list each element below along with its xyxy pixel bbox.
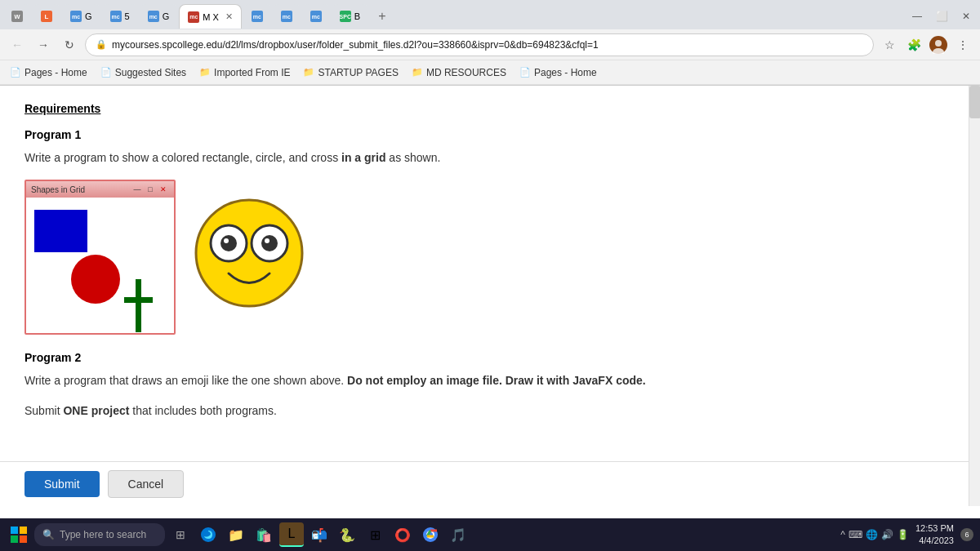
cross-vertical: [136, 279, 141, 332]
tab-mc6[interactable]: mc: [302, 4, 330, 29]
emoji-svg: [192, 196, 306, 310]
program1-heading: Program 1: [24, 128, 956, 141]
bookmark-pages-home-1[interactable]: 📄 Pages - Home: [7, 65, 91, 80]
images-row: Shapes in Grid — □ ✕: [24, 180, 956, 335]
window-controls: — ⬜ ✕: [906, 6, 977, 27]
mini-window-controls: — □ ✕: [131, 184, 169, 194]
profile-avatar: [929, 36, 947, 54]
bookmark-icon-imported: 📁: [199, 67, 211, 78]
browser-menu-icon[interactable]: ⋮: [952, 34, 973, 56]
scroll-track[interactable]: [969, 86, 980, 506]
program1-text: Write a program to show a colored rectan…: [24, 149, 956, 167]
tab-spc[interactable]: SPC B: [332, 4, 368, 29]
submit-button[interactable]: Submit: [24, 471, 100, 497]
url-text: mycourses.spcollege.edu/d2l/lms/dropbox/…: [112, 39, 599, 51]
page-content: Requirements Program 1 Write a program t…: [0, 86, 980, 506]
tab-favicon: w: [11, 11, 23, 22]
shape-circle: [71, 255, 120, 304]
tab-mc5[interactable]: mc: [273, 4, 301, 29]
tab-favicon: mc: [70, 11, 82, 22]
shape-rectangle: [34, 210, 87, 252]
tab-close-icon[interactable]: ✕: [225, 11, 233, 22]
tab-favicon: L: [41, 11, 52, 22]
tab-mc4[interactable]: mc: [243, 4, 271, 29]
bookmark-pages-home-2[interactable]: 📄 Pages - Home: [516, 65, 600, 80]
bookmark-icon-pages2: 📄: [519, 67, 531, 78]
program2-heading: Program 2: [24, 351, 956, 364]
program1-text-start: Write a program to show a colored rectan…: [24, 151, 341, 164]
close-button[interactable]: ✕: [956, 6, 977, 27]
mini-window-titlebar: Shapes in Grid — □ ✕: [26, 181, 174, 198]
bookmark-star-icon[interactable]: ☆: [879, 34, 900, 56]
submit-area: Submit Cancel: [0, 461, 980, 506]
mini-window-title: Shapes in Grid: [31, 185, 85, 194]
submit-text: Submit ONE project that includes both pr…: [24, 402, 956, 420]
tab-favicon: mc: [281, 11, 292, 22]
address-bar[interactable]: 🔒 mycourses.spcollege.edu/d2l/lms/dropbo…: [85, 33, 874, 56]
tab-w[interactable]: w: [3, 4, 31, 29]
program1-text-bold: in a grid: [341, 151, 385, 164]
bookmark-icon-suggested: 📄: [100, 67, 112, 78]
bookmark-icon-md: 📁: [412, 67, 423, 78]
extension-puzzle-icon[interactable]: 🧩: [903, 34, 924, 56]
bookmark-icon-startup: 📁: [303, 67, 314, 78]
program2-text-start: Write a program that draws an emoji like…: [24, 374, 347, 387]
tab-mx-active[interactable]: mc M X ✕: [179, 4, 242, 29]
requirements-heading: Requirements: [24, 102, 956, 115]
svg-point-8: [261, 235, 278, 251]
tab-favicon: mc: [148, 11, 159, 22]
scroll-thumb[interactable]: [969, 86, 980, 118]
bookmark-md-resources[interactable]: 📁 MD RESOURCES: [408, 65, 510, 80]
tab-favicon: mc: [252, 11, 263, 22]
program2-text: Write a program that draws an emoji like…: [24, 372, 956, 389]
program1-text-end: as shown.: [385, 151, 440, 164]
mini-window-body: [26, 198, 174, 333]
cross-horizontal: [124, 297, 153, 303]
lock-icon: 🔒: [96, 39, 107, 50]
tab-favicon: mc: [110, 11, 122, 22]
bookmarks-bar: 📄 Pages - Home 📄 Suggested Sites 📁 Impor…: [0, 60, 980, 85]
minimize-button[interactable]: —: [906, 6, 928, 27]
tab-favicon: SPC: [340, 11, 351, 22]
browser-chrome: w L mc G mc 5 mc G mc M X ✕ mc mc mc: [0, 0, 980, 86]
svg-point-9: [265, 238, 270, 243]
submit-text-end: that includes both programs.: [129, 404, 277, 417]
submit-text-bold: ONE project: [63, 404, 129, 417]
emoji-image: [192, 196, 306, 310]
tab-mc3[interactable]: mc G: [140, 4, 178, 29]
mini-minimize-button[interactable]: —: [131, 184, 143, 194]
bookmark-icon-pages: 📄: [10, 67, 21, 78]
forward-button[interactable]: →: [33, 34, 54, 56]
svg-point-7: [224, 238, 229, 243]
cancel-button[interactable]: Cancel: [108, 470, 185, 498]
tab-mc2[interactable]: mc 5: [102, 4, 138, 29]
mini-window: Shapes in Grid — □ ✕: [24, 180, 176, 335]
bookmark-imported-ie[interactable]: 📁 Imported From IE: [196, 65, 293, 80]
profile-icon[interactable]: [928, 34, 949, 56]
restore-button[interactable]: ⬜: [931, 6, 952, 27]
tab-favicon: mc: [310, 11, 322, 22]
svg-point-6: [220, 235, 237, 251]
tab-new[interactable]: +: [370, 4, 394, 29]
svg-point-3: [196, 200, 302, 306]
nav-bar: ← → ↻ 🔒 mycourses.spcollege.edu/d2l/lms/…: [0, 29, 980, 60]
nav-icons: ☆ 🧩 ⋮: [879, 34, 973, 56]
bookmark-startup-pages[interactable]: 📁 STARTUP PAGES: [300, 65, 401, 80]
tab-l[interactable]: L: [33, 4, 60, 29]
mini-close-button[interactable]: ✕: [158, 184, 169, 194]
tab-bar: w L mc G mc 5 mc G mc M X ✕ mc mc mc: [0, 0, 980, 29]
tab-mc1[interactable]: mc G: [62, 4, 100, 29]
program2-text-bold: Do not employ an image file. Draw it wit…: [347, 374, 646, 387]
reload-button[interactable]: ↻: [59, 34, 80, 56]
bookmark-suggested-sites[interactable]: 📄 Suggested Sites: [97, 65, 189, 80]
tab-favicon-active: mc: [188, 11, 199, 23]
svg-point-1: [935, 40, 942, 47]
back-button[interactable]: ←: [7, 34, 28, 56]
new-tab-icon: +: [378, 9, 385, 24]
mini-restore-button[interactable]: □: [145, 184, 156, 194]
